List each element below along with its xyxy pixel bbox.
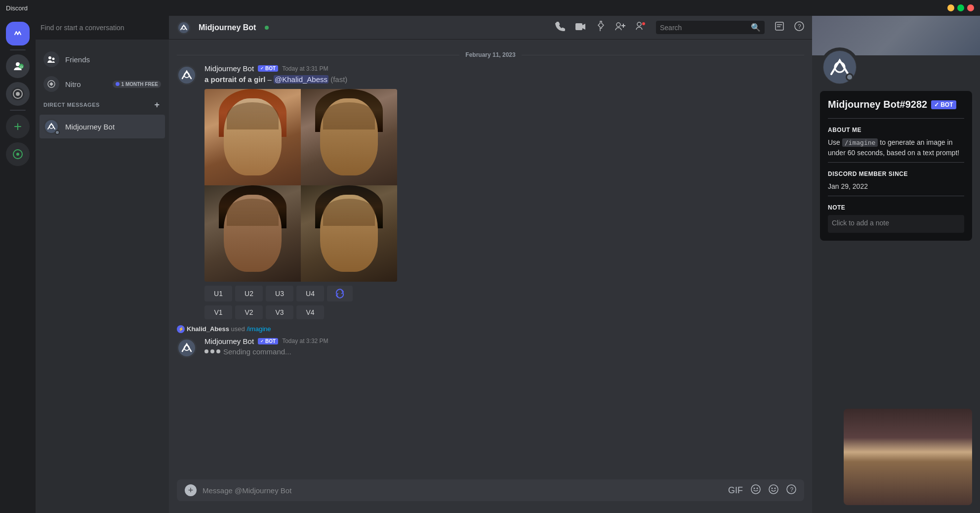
rp-note-label: NOTE bbox=[828, 204, 964, 211]
rp-member-date: Jan 29, 2022 bbox=[828, 181, 964, 192]
rp-username: Midjourney Bot#9282 bbox=[828, 99, 927, 110]
message-input-box[interactable]: + Message @Midjourney Bot GIF bbox=[177, 479, 804, 501]
rail-divider-1 bbox=[10, 49, 26, 50]
message-body-text: a portrait of a girl bbox=[204, 75, 265, 84]
add-server-button[interactable]: + bbox=[6, 115, 30, 138]
channel-header-tools: Search 🔍 ? bbox=[554, 21, 804, 34]
close-button[interactable]: ✕ bbox=[967, 4, 974, 11]
message-input-placeholder[interactable]: Message @Midjourney Bot bbox=[203, 486, 722, 495]
typing-dots bbox=[204, 349, 220, 353]
message-fast: (fast) bbox=[330, 75, 347, 84]
image-cell-tr[interactable] bbox=[301, 89, 397, 185]
header-search[interactable]: Search 🔍 bbox=[656, 21, 765, 34]
help-button[interactable]: ? bbox=[794, 21, 804, 34]
svg-text:⊙: ⊙ bbox=[20, 65, 23, 69]
channel-header-avatar bbox=[177, 21, 191, 35]
upscale-1-button[interactable]: U1 bbox=[204, 286, 232, 301]
friends-item[interactable]: Friends bbox=[40, 47, 165, 71]
input-tools: GIF bbox=[728, 484, 796, 497]
sending-bot-badge-text: BOT bbox=[265, 339, 276, 344]
help-input-button[interactable]: ? bbox=[786, 484, 796, 497]
sending-avatar bbox=[177, 338, 197, 358]
message-author-1: Midjourney Bot bbox=[204, 64, 254, 73]
sending-timestamp: Today at 3:32 PM bbox=[282, 338, 328, 344]
app-layout: ⊙ + Find or start a conversation bbox=[0, 16, 980, 513]
rp-about-section: ABOUT ME Use /imagine to generate an ima… bbox=[828, 118, 964, 158]
video-button[interactable] bbox=[575, 22, 586, 33]
image-cell-bl[interactable] bbox=[204, 185, 301, 282]
minimize-button[interactable]: ─ bbox=[947, 4, 954, 11]
dm-sidebar: Find or start a conversation Friends bbox=[36, 16, 169, 513]
upscale-4-button[interactable]: U4 bbox=[296, 286, 324, 301]
dm-item-midjourney[interactable]: Midjourney Bot bbox=[40, 115, 165, 138]
call-button[interactable] bbox=[554, 21, 565, 34]
video-thumbnail[interactable] bbox=[844, 409, 972, 505]
gif-button[interactable]: GIF bbox=[728, 485, 743, 496]
rp-bot-badge: ✓ BOT bbox=[931, 100, 956, 109]
maximize-button[interactable]: □ bbox=[957, 4, 964, 11]
action-buttons-row-1: U1 U2 U3 U4 bbox=[204, 286, 804, 301]
message-avatar-1 bbox=[177, 65, 197, 85]
sending-text: Sending command... bbox=[223, 347, 291, 356]
dm-status-dot bbox=[55, 130, 60, 135]
sending-header: Midjourney Bot ✓ BOT Today at 3:32 PM bbox=[204, 337, 804, 345]
dm-list: Midjourney Bot bbox=[36, 111, 169, 142]
vary-3-button[interactable]: V3 bbox=[266, 305, 293, 319]
refresh-button[interactable] bbox=[327, 286, 353, 301]
vary-2-button[interactable]: V2 bbox=[235, 305, 263, 319]
threads-button[interactable] bbox=[775, 21, 784, 34]
date-divider: February 11, 2023 bbox=[169, 47, 812, 62]
vary-1-button[interactable]: V1 bbox=[204, 305, 232, 319]
message-group-1: Midjourney Bot ✓ BOT Today at 3:31 PM a … bbox=[169, 62, 812, 321]
message-header-1: Midjourney Bot ✓ BOT Today at 3:31 PM bbox=[204, 64, 804, 73]
svg-point-32 bbox=[751, 485, 760, 494]
discord-home-button[interactable] bbox=[6, 22, 30, 45]
dm-search-bar[interactable]: Find or start a conversation bbox=[36, 16, 169, 40]
svg-rect-23 bbox=[776, 22, 783, 30]
typing-dot-2 bbox=[210, 349, 214, 353]
input-add-button[interactable]: + bbox=[185, 484, 197, 496]
svg-point-18 bbox=[616, 23, 620, 27]
upscale-2-button[interactable]: U2 bbox=[235, 286, 263, 301]
svg-point-8 bbox=[16, 153, 19, 156]
inbox-button[interactable] bbox=[635, 21, 646, 34]
channel-header: Midjourney Bot bbox=[169, 16, 812, 40]
message-mention: @Khalid_Abess bbox=[274, 75, 328, 84]
main-content: Midjourney Bot bbox=[169, 16, 812, 513]
portrait-face-br bbox=[320, 195, 378, 272]
svg-point-33 bbox=[754, 487, 755, 489]
server-item-2[interactable] bbox=[6, 82, 30, 106]
dm-section-friends: Friends Nitro 1 MONTH FREE bbox=[36, 40, 169, 97]
rp-note-box[interactable]: Click to add a note bbox=[828, 215, 964, 233]
svg-point-21 bbox=[637, 22, 641, 26]
bot-badge-1: ✓ BOT bbox=[258, 65, 278, 72]
image-cell-tl[interactable] bbox=[204, 89, 301, 185]
svg-point-37 bbox=[775, 487, 776, 489]
sending-author: Midjourney Bot bbox=[204, 337, 254, 345]
server-item-1[interactable]: ⊙ bbox=[6, 54, 30, 78]
dm-avatar-wrap bbox=[43, 119, 59, 134]
image-cell-br[interactable] bbox=[301, 185, 397, 282]
svg-rect-16 bbox=[575, 23, 582, 30]
chat-messages[interactable]: February 11, 2023 Midjourney Bot bbox=[169, 40, 812, 479]
message-content-1: Midjourney Bot ✓ BOT Today at 3:31 PM a … bbox=[204, 64, 804, 319]
vary-4-button[interactable]: V4 bbox=[296, 305, 324, 319]
right-panel-avatar bbox=[820, 47, 859, 87]
emoji-button[interactable] bbox=[769, 484, 778, 497]
add-member-button[interactable] bbox=[614, 22, 625, 33]
image-grid[interactable] bbox=[204, 89, 397, 282]
command-used-icon: ⚡ bbox=[177, 325, 185, 333]
upscale-3-button[interactable]: U3 bbox=[266, 286, 293, 301]
channel-status-dot bbox=[265, 26, 269, 30]
explore-button[interactable] bbox=[6, 142, 30, 166]
svg-point-10 bbox=[52, 58, 55, 60]
svg-text:?: ? bbox=[790, 486, 794, 493]
nitro-label: Nitro bbox=[65, 80, 81, 88]
sticker-button[interactable] bbox=[751, 484, 761, 497]
nitro-badge: 1 MONTH FREE bbox=[113, 81, 161, 88]
title-bar: Discord ─ □ ✕ bbox=[0, 0, 980, 16]
sending-message-group: Midjourney Bot ✓ BOT Today at 3:32 PM bbox=[169, 335, 812, 360]
nitro-item[interactable]: Nitro 1 MONTH FREE bbox=[40, 72, 165, 96]
dm-add-button[interactable]: + bbox=[153, 101, 161, 109]
pin-button[interactable] bbox=[596, 21, 605, 34]
